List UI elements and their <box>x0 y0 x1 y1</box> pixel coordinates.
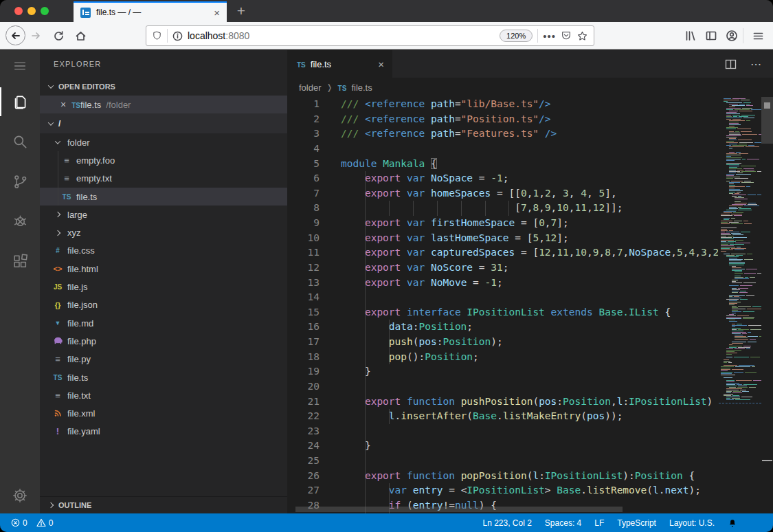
code-line[interactable]: 6 export var NoSpace = -1; <box>287 171 718 186</box>
root-folder-header[interactable]: / <box>40 113 287 133</box>
code-line[interactable]: 19 } <box>287 364 718 379</box>
line-number: 17 <box>287 335 320 350</box>
problems-errors[interactable]: 0 <box>11 518 27 528</box>
code-line[interactable]: 9 export var firstHomeSpace = [0,7]; <box>287 216 718 231</box>
tree-folder-large[interactable]: large <box>40 206 287 223</box>
activity-extensions-button[interactable] <box>0 241 40 281</box>
window-close-button[interactable] <box>14 7 23 15</box>
code-line[interactable]: 24 } <box>287 439 718 454</box>
code-line[interactable]: 13 export var NoMove = -1; <box>287 276 718 291</box>
code-line[interactable]: 1/// <reference path="lib/Base.ts"/> <box>287 97 718 112</box>
status-language[interactable]: TypeScript <box>617 518 656 528</box>
code-line[interactable]: 15 export interface IPositionList extend… <box>287 305 718 320</box>
code-line[interactable]: 23 <box>287 424 718 439</box>
code-line[interactable]: 4 <box>287 142 718 157</box>
activity-source-control-button[interactable] <box>0 162 40 201</box>
code-line[interactable]: 3/// <reference path="Features.ts" /> <box>287 126 718 142</box>
account-button[interactable] <box>724 27 740 44</box>
status-eol[interactable]: LF <box>594 518 604 528</box>
tree-file-file.yaml[interactable]: !file.yaml <box>40 423 287 441</box>
breadcrumb-file[interactable]: file.ts <box>351 82 372 93</box>
url-bar[interactable]: localhost:8080 120% ••• <box>146 25 594 46</box>
forward-button[interactable] <box>27 27 44 44</box>
settings-gear-button[interactable] <box>0 478 40 513</box>
code-line[interactable]: 26 export function popPosition(l:IPositi… <box>287 469 718 484</box>
code-line[interactable]: 5module Mankala { <box>287 157 718 172</box>
tree-file-file.txt[interactable]: ≡file.txt <box>40 386 287 404</box>
tree-folder-folder[interactable]: folder <box>40 133 287 151</box>
home-button[interactable] <box>72 27 89 44</box>
tree-file-file.ts[interactable]: TSfile.ts <box>40 368 287 386</box>
tree-file-file.md[interactable]: ▼file.md <box>40 314 287 332</box>
status-keyboard-layout[interactable]: Layout: U.S. <box>669 518 715 528</box>
bell-icon[interactable] <box>728 518 737 528</box>
code-line[interactable]: 18 pop():Position; <box>287 350 718 365</box>
vertical-scrollbar[interactable] <box>761 97 773 513</box>
code-line[interactable]: 22 l.insertAfter(Base.listMakeEntry(pos)… <box>287 409 718 424</box>
sidebars-button[interactable] <box>703 27 719 44</box>
status-indentation[interactable]: Spaces: 4 <box>545 518 581 528</box>
reload-icon <box>53 30 65 42</box>
reload-button[interactable] <box>50 27 67 44</box>
tree-file-file.ts[interactable]: TSfile.ts <box>40 188 287 206</box>
status-cursor-position[interactable]: Ln 223, Col 2 <box>482 518 531 528</box>
code-line[interactable]: 14 <box>287 290 718 305</box>
activity-debug-button[interactable] <box>0 201 40 241</box>
code-line[interactable]: 27 var entry = <IPositionList> Base.list… <box>287 483 718 498</box>
tab-close-icon[interactable]: × <box>378 58 384 70</box>
site-info-icon[interactable] <box>172 31 183 41</box>
library-button[interactable] <box>682 27 699 44</box>
code-line[interactable]: 10 export var lastHomeSpace = [5,12]; <box>287 231 718 246</box>
scrollbar-thumb[interactable] <box>761 97 773 144</box>
code-line[interactable]: 8 [7,8,9,10,11,12]]; <box>287 201 718 216</box>
code-line[interactable]: 20 <box>287 379 718 395</box>
back-button[interactable] <box>5 25 25 45</box>
window-minimize-button[interactable] <box>27 7 36 15</box>
page-actions-icon[interactable]: ••• <box>543 30 556 42</box>
code-line[interactable]: 25 <box>287 454 718 469</box>
window-zoom-button[interactable] <box>41 7 49 15</box>
split-editor-icon[interactable] <box>725 59 737 69</box>
zoom-level-badge[interactable]: 120% <box>500 30 533 42</box>
menu-button[interactable] <box>0 50 40 82</box>
code-line[interactable]: 12 export var NoScore = 31; <box>287 261 718 276</box>
tree-file-empty.txt[interactable]: ≡empty.txt <box>40 170 287 188</box>
code-line[interactable]: 16 data:Position; <box>287 320 718 335</box>
more-actions-icon[interactable]: ⋯ <box>750 58 762 71</box>
outline-header[interactable]: OUTLINE <box>40 496 287 513</box>
browser-tab[interactable]: file.ts — / — × <box>74 1 227 22</box>
code-line[interactable]: 7 export var homeSpaces = [[0,1,2, 3, 4,… <box>287 186 718 201</box>
breadcrumb-folder[interactable]: folder <box>299 82 322 93</box>
tree-file-file.html[interactable]: <>file.html <box>40 260 287 278</box>
pocket-icon[interactable] <box>561 30 572 41</box>
open-editor-item[interactable]: × TS file.ts /folder <box>40 96 287 113</box>
code-line[interactable]: 2/// <reference path="Position.ts"/> <box>287 112 718 127</box>
tree-file-empty.foo[interactable]: ≡empty.foo <box>40 151 287 169</box>
code-lines[interactable]: 1/// <reference path="lib/Base.ts"/>2///… <box>287 97 718 513</box>
code-editor[interactable]: 1/// <reference path="lib/Base.ts"/>2///… <box>287 97 773 513</box>
tree-file-file.php[interactable]: file.php <box>40 332 287 350</box>
url-text[interactable]: localhost:8080 <box>188 30 249 41</box>
tree-file-file.json[interactable]: {}file.json <box>40 296 287 314</box>
minimap[interactable] <box>719 97 761 403</box>
tree-file-file.js[interactable]: JSfile.js <box>40 278 287 296</box>
code-line[interactable]: 21 export function pushPosition(pos:Posi… <box>287 395 718 410</box>
code-line[interactable]: 11 export var capturedSpaces = [12,11,10… <box>287 245 718 261</box>
tracking-shield-icon[interactable] <box>152 30 162 41</box>
code-line[interactable]: 17 push(pos:Position); <box>287 335 718 350</box>
close-icon[interactable]: × <box>60 99 66 110</box>
tree-file-file.xml[interactable]: file.xml <box>40 404 287 422</box>
editor-tab-file-ts[interactable]: TS file.ts × <box>287 50 392 78</box>
app-menu-button[interactable] <box>750 27 766 44</box>
bookmark-star-icon[interactable] <box>576 30 588 42</box>
new-tab-button[interactable]: + <box>231 1 251 22</box>
open-editors-header[interactable]: OPEN EDITORS <box>40 78 287 96</box>
problems-warnings[interactable]: 0 <box>36 518 54 528</box>
tree-folder-xyz[interactable]: xyz <box>40 223 287 241</box>
tree-file-file.css[interactable]: #file.css <box>40 242 287 260</box>
horizontal-scrollbar-thumb[interactable] <box>295 507 623 512</box>
activity-search-button[interactable] <box>0 122 40 162</box>
activity-explorer-button[interactable] <box>0 82 40 122</box>
tree-file-file.py[interactable]: ≡file.py <box>40 351 287 368</box>
tab-close-icon[interactable]: × <box>214 8 220 18</box>
